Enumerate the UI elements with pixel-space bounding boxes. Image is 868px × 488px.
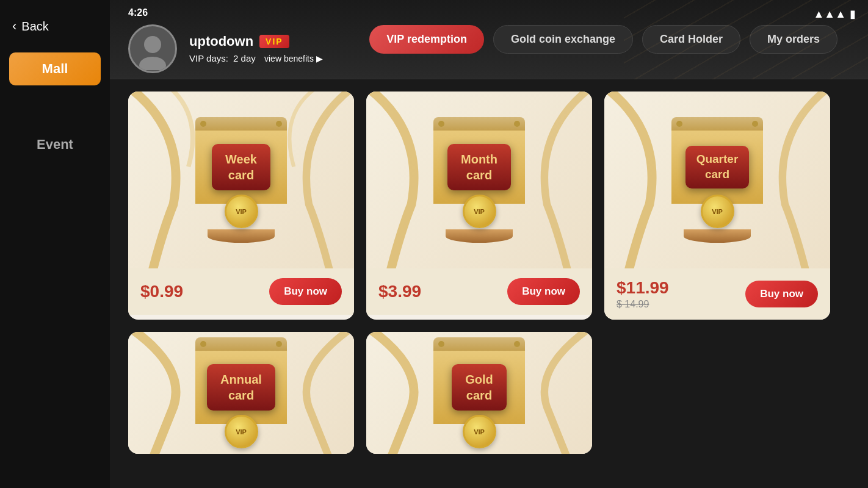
tab-navigation: VIP redemption Gold coin exchange Card H… bbox=[369, 25, 837, 54]
week-card-price: $0.99 bbox=[140, 282, 183, 301]
gold-card-illustration: Goldcard VIP bbox=[433, 337, 525, 448]
tab-my-orders[interactable]: My orders bbox=[750, 25, 837, 54]
tab-gold-coin-exchange[interactable]: Gold coin exchange bbox=[493, 25, 633, 54]
vip-days-label: VIP days: bbox=[189, 53, 228, 63]
sidebar-item-event[interactable]: Event bbox=[9, 128, 101, 161]
month-card-label: Monthcard bbox=[461, 151, 497, 183]
sidebar-item-mall[interactable]: Mall bbox=[9, 52, 101, 85]
quarter-card[interactable]: Quartercard VIP $11.99 $ 14.99 bbox=[604, 92, 830, 320]
tab-vip-redemption[interactable]: VIP redemption bbox=[369, 25, 484, 54]
svg-point-1 bbox=[144, 36, 161, 53]
user-info: uptodown VIP VIP days: 2 day view benefi… bbox=[189, 34, 323, 63]
back-label: Back bbox=[21, 20, 48, 34]
tab-card-holder[interactable]: Card Holder bbox=[642, 25, 740, 54]
topbar: 4:26 ▲▲▲ ▮ uptodown VIP bbox=[110, 0, 868, 79]
quarter-card-pricing: $11.99 $ 14.99 bbox=[617, 278, 669, 310]
week-card-illustration: Weekcard VIP bbox=[195, 117, 287, 243]
time-display: 4:26 bbox=[128, 7, 148, 18]
content-area: Weekcard VIP $0.99 bbox=[110, 79, 868, 488]
cards-grid: Weekcard VIP $0.99 bbox=[128, 92, 830, 454]
annual-card-illustration: Annualcard VIP bbox=[195, 337, 287, 448]
avatar bbox=[128, 24, 177, 73]
quarter-card-original-price: $ 14.99 bbox=[617, 299, 669, 310]
week-card[interactable]: Weekcard VIP $0.99 bbox=[128, 92, 354, 320]
view-benefits-link[interactable]: view benefits bbox=[264, 54, 323, 63]
main-content: 4:26 ▲▲▲ ▮ uptodown VIP bbox=[110, 0, 868, 488]
status-bar: 4:26 bbox=[128, 7, 148, 18]
status-right: ▲▲▲ ▮ bbox=[814, 7, 856, 21]
month-card[interactable]: Monthcard VIP $3.99 Buy now bbox=[366, 92, 592, 320]
quarter-card-label: Quartercard bbox=[696, 152, 739, 182]
month-card-image: Monthcard VIP bbox=[366, 92, 592, 268]
week-card-buy-button[interactable]: Buy now bbox=[269, 278, 342, 305]
vip-days-info: VIP days: 2 day view benefits bbox=[189, 53, 323, 63]
week-card-footer: $0.99 Buy now bbox=[128, 268, 354, 315]
annual-card-label: Annualcard bbox=[220, 371, 262, 403]
quarter-card-image: Quartercard VIP bbox=[604, 92, 830, 268]
back-button[interactable]: ‹ Back bbox=[0, 12, 110, 40]
battery-icon: ▮ bbox=[850, 7, 856, 21]
month-card-price: $3.99 bbox=[378, 282, 421, 301]
username: uptodown bbox=[189, 34, 253, 49]
month-card-footer: $3.99 Buy now bbox=[366, 268, 592, 315]
gold-card-image: Goldcard VIP bbox=[366, 332, 592, 454]
wifi-icon: ▲▲▲ bbox=[814, 8, 846, 21]
annual-card[interactable]: Annualcard VIP bbox=[128, 332, 354, 454]
annual-card-image: Annualcard VIP bbox=[128, 332, 354, 454]
sidebar-mall-label: Mall bbox=[42, 61, 68, 76]
sidebar: ‹ Back Mall Event bbox=[0, 0, 110, 488]
month-card-buy-button[interactable]: Buy now bbox=[507, 278, 580, 305]
quarter-card-price: $11.99 bbox=[617, 278, 669, 298]
gold-card-label: Goldcard bbox=[465, 371, 493, 403]
back-arrow-icon: ‹ bbox=[12, 18, 16, 34]
week-card-image: Weekcard VIP bbox=[128, 92, 354, 268]
vip-badge: VIP bbox=[259, 35, 289, 48]
week-card-label: Weekcard bbox=[225, 151, 257, 183]
gold-card[interactable]: Goldcard VIP bbox=[366, 332, 592, 454]
quarter-card-illustration: Quartercard VIP bbox=[671, 117, 763, 243]
sidebar-event-label: Event bbox=[37, 137, 73, 152]
quarter-card-footer: $11.99 $ 14.99 Buy now bbox=[604, 268, 830, 320]
quarter-card-buy-button[interactable]: Buy now bbox=[745, 281, 818, 307]
vip-days-value: 2 day bbox=[233, 53, 256, 63]
month-card-illustration: Monthcard VIP bbox=[433, 117, 525, 243]
